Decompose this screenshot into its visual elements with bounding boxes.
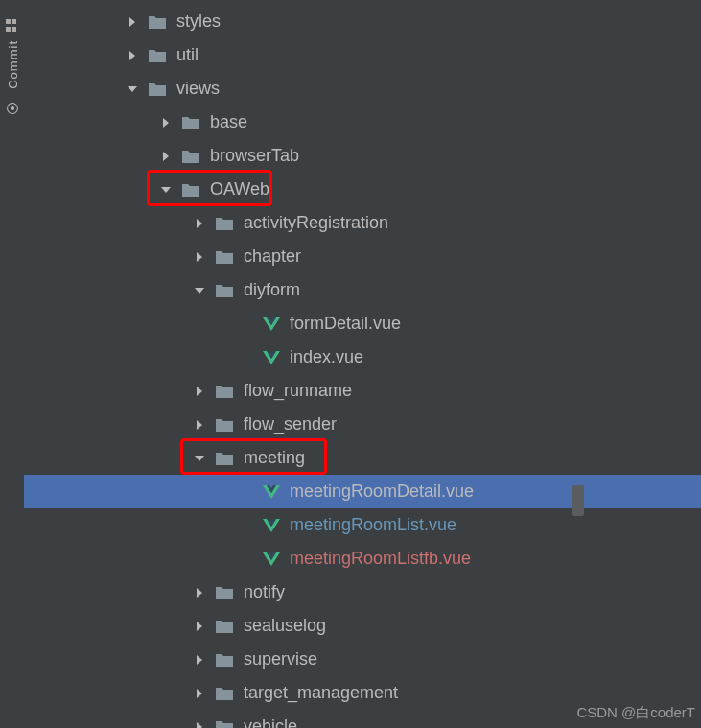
vue-file-icon — [263, 317, 280, 332]
folder-icon — [215, 652, 234, 668]
folder-icon — [215, 384, 234, 399]
tree-row[interactable]: activityRegistration — [24, 206, 701, 240]
folder-icon — [148, 14, 167, 30]
folder-icon — [148, 82, 167, 97]
folder-icon — [148, 48, 167, 63]
grid-icon — [6, 19, 19, 33]
commit-side-tab[interactable]: Commit ⦿ — [2, 19, 23, 163]
tree-row[interactable]: styles — [24, 5, 701, 38]
tree-item-label: meeting — [244, 448, 305, 468]
tree-row[interactable]: util — [24, 38, 701, 72]
chevron-down-icon[interactable] — [158, 182, 174, 198]
watermark: CSDN @白coderT — [576, 704, 695, 722]
chevron-right-icon[interactable] — [192, 417, 207, 433]
tree-item-label: vehicle — [244, 716, 297, 728]
tree-item-label: util — [176, 45, 199, 65]
tree-row[interactable]: base — [24, 106, 701, 139]
tree-item-label: meetingRoomListfb.vue — [290, 549, 471, 569]
tree-item-label: styles — [176, 12, 221, 32]
chevron-right-icon[interactable] — [192, 585, 207, 600]
chevron-right-icon[interactable] — [125, 14, 140, 30]
scrollbar-thumb[interactable] — [572, 485, 584, 516]
folder-icon — [215, 619, 234, 634]
tree-item-label: supervise — [244, 649, 317, 669]
chevron-right-icon[interactable] — [192, 652, 207, 668]
tree-row[interactable]: notify — [24, 575, 701, 609]
tree-item-label: activityRegistration — [244, 213, 388, 233]
tree-item-label: formDetail.vue — [290, 314, 401, 334]
tree-item-label: meetingRoomDetail.vue — [290, 481, 474, 502]
folder-icon — [181, 149, 200, 164]
tree-item-label: index.vue — [290, 347, 363, 367]
chevron-right-icon[interactable] — [125, 48, 140, 63]
tree-row[interactable]: meetingRoomDetail.vue — [24, 475, 701, 508]
commit-glyph-icon: ⦿ — [6, 101, 19, 116]
folder-icon — [215, 719, 234, 729]
tree-row[interactable]: flow_sender — [24, 408, 701, 441]
tree-item-label: flow_sender — [244, 414, 337, 434]
tree-item-label: base — [210, 112, 247, 132]
chevron-right-icon[interactable] — [158, 149, 174, 164]
chevron-right-icon[interactable] — [192, 249, 207, 265]
tree-row[interactable]: sealuselog — [24, 609, 701, 643]
tree-item-label: target_management — [244, 683, 398, 703]
vue-file-icon — [263, 484, 280, 500]
chevron-down-icon[interactable] — [125, 82, 140, 97]
chevron-right-icon[interactable] — [192, 619, 207, 634]
tree-row[interactable]: OAWeb — [24, 173, 701, 206]
tree-item-label: sealuselog — [244, 616, 326, 636]
chevron-right-icon[interactable] — [158, 115, 174, 130]
tree-row[interactable]: chapter — [24, 240, 701, 273]
tree-row[interactable]: meetingRoomListfb.vue — [24, 542, 701, 575]
tree-item-label: meetingRoomList.vue — [290, 515, 456, 535]
folder-icon — [215, 216, 234, 231]
tree-row[interactable]: browserTab — [24, 139, 701, 173]
chevron-right-icon[interactable] — [192, 216, 207, 231]
tree-row[interactable]: supervise — [24, 643, 701, 676]
tree-item-label: chapter — [244, 247, 301, 267]
tree-item-label: browserTab — [210, 146, 299, 166]
tree-item-label: notify — [244, 582, 285, 602]
vue-file-icon — [263, 350, 280, 365]
folder-icon — [215, 451, 234, 466]
folder-icon — [181, 182, 200, 198]
tree-item-label: flow_runname — [244, 381, 352, 401]
chevron-down-icon[interactable] — [192, 283, 207, 298]
tree-item-label: OAWeb — [210, 179, 269, 200]
tree-item-label: diyform — [244, 280, 300, 300]
tree-row[interactable]: flow_runname — [24, 374, 701, 408]
tree-row[interactable]: views — [24, 72, 701, 106]
side-tab-label: Commit — [6, 40, 20, 89]
folder-icon — [181, 115, 200, 130]
chevron-right-icon[interactable] — [192, 719, 207, 729]
vue-file-icon — [263, 552, 280, 567]
folder-icon — [215, 283, 234, 298]
chevron-down-icon[interactable] — [192, 451, 207, 466]
folder-icon — [215, 686, 234, 701]
tree-row[interactable]: index.vue — [24, 341, 701, 374]
folder-icon — [215, 585, 234, 600]
project-tree[interactable]: stylesutilviewsbasebrowserTabOAWebactivi… — [24, 0, 701, 728]
tree-row[interactable]: meeting — [24, 441, 701, 475]
tree-row[interactable]: formDetail.vue — [24, 307, 701, 341]
tree-row[interactable]: diyform — [24, 273, 701, 307]
vue-file-icon — [263, 518, 280, 533]
chevron-right-icon[interactable] — [192, 686, 207, 701]
tree-item-label: views — [176, 79, 220, 99]
folder-icon — [215, 417, 234, 433]
tree-row[interactable]: meetingRoomList.vue — [24, 508, 701, 542]
chevron-right-icon[interactable] — [192, 384, 207, 399]
folder-icon — [215, 249, 234, 265]
